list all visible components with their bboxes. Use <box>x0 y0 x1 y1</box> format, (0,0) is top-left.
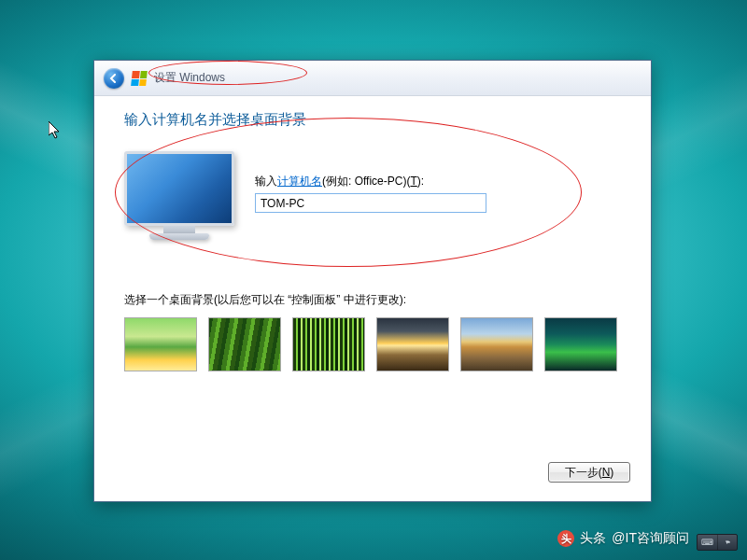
computer-name-form: 输入计算机名(例如: Office-PC)(T): <box>255 147 486 213</box>
watermark-prefix: 头条 <box>580 530 606 547</box>
watermark-logo-icon: 头 <box>557 530 574 547</box>
watermark: 头 头条 @IT咨询顾问 <box>557 530 689 547</box>
button-label: ) <box>610 466 613 479</box>
back-button[interactable] <box>104 68 124 89</box>
ime-options-icon[interactable]: ▾▪ <box>718 535 738 550</box>
wallpaper-thumb-1[interactable] <box>124 317 197 371</box>
wallpaper-thumb-2[interactable] <box>208 317 281 371</box>
computer-name-label: 输入计算机名(例如: Office-PC)(T): <box>255 174 486 189</box>
label-text: ): <box>417 175 424 188</box>
monitor-icon <box>124 151 234 240</box>
content-area: 输入计算机名并选择桌面背景 输入计算机名(例如: Office-PC)(T): … <box>94 96 651 371</box>
wallpaper-thumb-4[interactable] <box>376 317 449 371</box>
label-accelerator: T <box>410 175 416 188</box>
windows-logo-icon <box>131 71 148 86</box>
wallpaper-row <box>124 317 621 371</box>
button-label: 下一步( <box>565 466 602 479</box>
computer-section: 输入计算机名(例如: Office-PC)(T): <box>124 147 621 240</box>
label-text: 输入 <box>255 175 277 188</box>
computer-name-link[interactable]: 计算机名 <box>277 175 322 188</box>
ime-icon[interactable]: ⌨ <box>698 535 718 550</box>
page-title: 输入计算机名并选择桌面背景 <box>124 111 621 129</box>
wallpaper-thumb-5[interactable] <box>460 317 533 371</box>
wallpaper-instruction: 选择一个桌面背景(以后您可以在 “控制面板” 中进行更改): <box>124 292 621 308</box>
computer-name-input[interactable] <box>255 193 486 213</box>
setup-window: 设置 Windows 输入计算机名并选择桌面背景 输入计算机名(例如: Offi… <box>93 60 652 502</box>
footer: 下一步(N) <box>548 462 630 483</box>
window-header: 设置 Windows <box>94 61 651 96</box>
watermark-handle: @IT咨询顾问 <box>612 530 689 547</box>
wallpaper-thumb-3[interactable] <box>292 317 365 371</box>
next-button[interactable]: 下一步(N) <box>548 462 630 483</box>
header-title: 设置 Windows <box>154 70 225 86</box>
ime-toolbar[interactable]: ⌨ ▾▪ <box>697 534 738 551</box>
label-text: (例如: Office-PC)( <box>322 175 410 188</box>
wallpaper-thumb-6[interactable] <box>544 317 617 371</box>
